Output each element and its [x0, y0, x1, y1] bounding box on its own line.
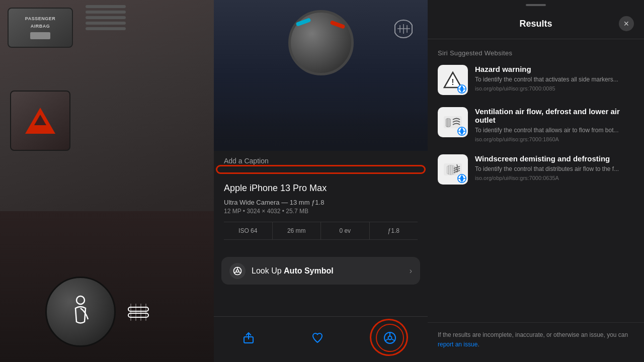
exif-aperture: ƒ1.8: [370, 222, 418, 239]
iphone-panel: Add a Caption Look Up Auto Symbol › Appl…: [214, 0, 428, 362]
airbag-label-2: AIRBAG: [31, 24, 50, 29]
result-text-hazard: Hazard warning To identify the control t…: [475, 65, 634, 92]
result-title-hazard: Hazard warning: [475, 65, 634, 73]
favorite-button[interactable]: [306, 327, 329, 349]
results-header: Results ✕: [428, 6, 644, 39]
exif-iso: ISO 64: [224, 222, 273, 239]
result-url-ventilation: iso.org/obp/ui#iso:grs:7000:1860A: [475, 136, 634, 142]
globe-icon-windscreen: [457, 168, 466, 185]
siri-label: Siri Suggested Websites: [438, 49, 634, 57]
result-icon-windscreen: [438, 154, 468, 185]
airbag-button: PASSENGER AIRBAG: [8, 8, 73, 48]
result-item-ventilation[interactable]: Ventilation air flow, defrost and lower …: [438, 107, 634, 142]
results-footer: If the results are incomplete, inaccurat…: [428, 322, 644, 362]
result-url-hazard: iso.org/obp/ui#iso:grs:7000:0085: [475, 85, 634, 92]
close-icon: ✕: [623, 20, 629, 28]
result-badge-vent: [457, 127, 466, 136]
globe-icon-vent: [457, 121, 466, 137]
result-item-hazard[interactable]: ! Hazard warning To identify the control…: [438, 65, 634, 95]
svg-rect-2: [128, 313, 148, 317]
temperature-knob: [288, 10, 354, 75]
device-info-panel: Apple iPhone 13 Pro Max Ultra Wide Camer…: [214, 174, 428, 245]
svg-rect-1: [128, 307, 148, 311]
car-left-panel: PASSENGER AIRBAG: [0, 0, 214, 362]
lookup-auto-symbol-button[interactable]: Look Up Auto Symbol ›: [221, 257, 420, 285]
lookup-text: Look Up Auto Symbol: [252, 266, 404, 276]
steering-svg: [232, 266, 243, 276]
results-title: Results: [453, 19, 619, 29]
result-icon-hazard: !: [438, 65, 468, 95]
steering-button-container: [376, 324, 404, 352]
svg-point-0: [76, 296, 85, 304]
share-button[interactable]: [237, 327, 260, 349]
exif-row: ISO 64 26 mm 0 ev ƒ1.8: [224, 222, 418, 240]
svg-text:!: !: [451, 78, 454, 86]
result-title-windscreen: Windscreen demisting and defrosting: [475, 154, 634, 163]
photo-area: [214, 0, 428, 151]
result-badge-windscreen: [457, 174, 466, 183]
camera-info: Ultra Wide Camera — 13 mm ƒ1.8: [224, 199, 418, 206]
footer-end: .: [477, 341, 479, 348]
exif-focal: 26 mm: [273, 222, 321, 239]
result-desc-windscreen: To identify the control that distributes…: [475, 165, 634, 173]
vent-icon-center: [390, 15, 418, 45]
camera-specs: 12 MP • 3024 × 4032 • 25.7 MB: [224, 208, 418, 215]
airbag-label-1: PASSENGER: [25, 16, 55, 22]
results-content: Siri Suggested Websites ! Hazar: [428, 39, 644, 322]
heart-icon: [311, 332, 324, 344]
globe-icon: [457, 79, 466, 95]
report-issue-link[interactable]: report an issue: [438, 341, 477, 348]
lookup-bold: Auto Symbol: [284, 266, 334, 275]
knob-bottom-left: [45, 277, 116, 347]
svg-point-4: [236, 269, 239, 272]
results-panel: Results ✕ Siri Suggested Websites !: [428, 0, 644, 362]
result-desc-hazard: To identify the control that activates a…: [475, 75, 634, 84]
result-icon-ventilation: [438, 107, 468, 137]
result-text-ventilation: Ventilation air flow, defrost and lower …: [475, 107, 634, 142]
result-text-windscreen: Windscreen demisting and defrosting To i…: [475, 154, 634, 181]
vent-area-left: [0, 211, 214, 362]
result-title-ventilation: Ventilation air flow, defrost and lower …: [475, 107, 634, 124]
result-desc-ventilation: To identify the control that allows air …: [475, 126, 634, 135]
caption-area: Add a Caption: [214, 151, 428, 165]
seatbelt-icon: [65, 294, 96, 329]
hazard-triangle-icon: [25, 108, 55, 134]
result-item-windscreen[interactable]: Windscreen demisting and defrosting To i…: [438, 154, 634, 185]
steering-toolbar-icon: [383, 331, 397, 345]
close-button[interactable]: ✕: [619, 16, 634, 31]
steering-lookup-button[interactable]: [376, 324, 404, 352]
result-url-windscreen: iso.org/obp/ui#iso:grs:7000:0635A: [475, 175, 634, 181]
hazard-button-left: [10, 90, 70, 151]
vent-control-icon: [126, 300, 151, 327]
svg-point-7: [388, 336, 392, 340]
chevron-right-icon: ›: [410, 266, 412, 276]
red-oval-highlight: [216, 165, 426, 174]
vent-slats-left: [86, 5, 126, 30]
caption-label: Add a Caption: [224, 157, 418, 165]
bottom-toolbar: [214, 316, 428, 362]
device-name: Apple iPhone 13 Pro Max: [224, 183, 418, 194]
steering-wheel-icon: [229, 263, 246, 279]
result-badge-hazard: [457, 84, 466, 94]
share-icon: [243, 332, 255, 344]
exif-ev: 0 ev: [321, 222, 370, 239]
footer-text: If the results are incomplete, inaccurat…: [438, 331, 628, 338]
